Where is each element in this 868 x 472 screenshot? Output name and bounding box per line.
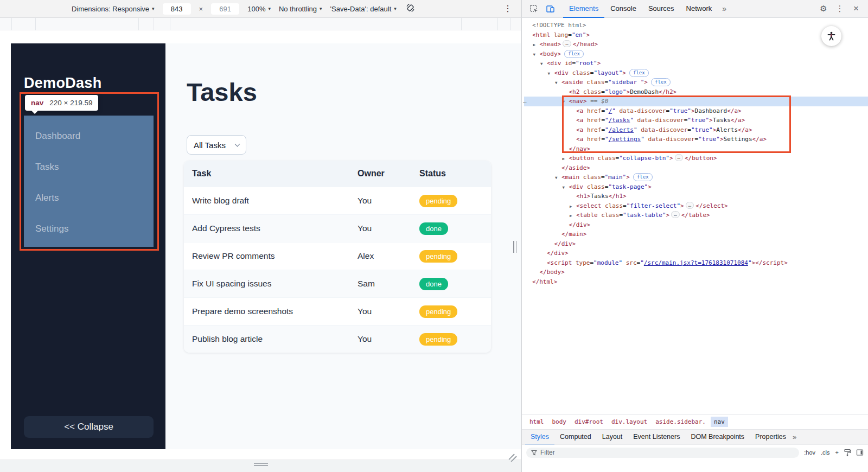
device-toolbar-kebab-icon[interactable]: ⋮ — [503, 3, 512, 14]
more-panel-tabs-icon[interactable]: » — [793, 433, 796, 441]
paint-format-icon[interactable] — [844, 449, 851, 456]
dom-tree-node[interactable]: <a href="/alerts" data-discover="true">A… — [524, 125, 868, 135]
dom-tree-node[interactable]: </div> — [524, 248, 868, 258]
expand-arrow-icon[interactable]: ▼ — [563, 97, 569, 107]
dom-tree-node[interactable]: ▼<div class="layout">flex — [524, 68, 868, 78]
rotate-viewport-icon[interactable] — [406, 3, 415, 14]
throttling-select[interactable]: No throttling ▾ — [279, 5, 322, 13]
sidebar-item-settings[interactable]: Settings — [24, 213, 154, 244]
panel-tab-event-listeners[interactable]: Event Listeners — [628, 430, 685, 445]
dimensions-select[interactable]: Dimensions: Responsive ▾ — [72, 5, 155, 13]
expand-children-icon[interactable]: … — [671, 211, 679, 218]
dom-tree-node[interactable]: <script type="module" src="/src/main.jsx… — [524, 258, 868, 268]
dom-tree-node[interactable]: </main> — [524, 229, 868, 239]
dom-tree-node[interactable]: <a href="/settings" data-discover="true"… — [524, 135, 868, 144]
dock-side-icon[interactable] — [856, 449, 864, 456]
dom-tree-node[interactable]: ▶<select class="filter-select">…</select… — [524, 201, 868, 211]
devtools-tab-sources[interactable]: Sources — [642, 0, 680, 18]
flex-badge[interactable]: flex — [633, 173, 653, 181]
owner-cell: Alex — [358, 251, 419, 261]
zoom-select[interactable]: 100% ▾ — [247, 5, 271, 13]
dom-tree-node[interactable]: </body> — [524, 267, 868, 277]
owner-cell: Sam — [358, 279, 419, 289]
dom-tree-node[interactable]: <a href="/" data-discover="true">Dashboa… — [524, 106, 868, 116]
dom-tree-node[interactable]: <!DOCTYPE html> — [524, 21, 868, 30]
devtools-drag-handle[interactable] — [513, 241, 516, 253]
collapse-arrow-icon[interactable]: ▶ — [570, 211, 576, 221]
expand-arrow-icon[interactable]: ▼ — [555, 78, 561, 88]
panel-tab-layout[interactable]: Layout — [597, 430, 628, 445]
expand-arrow-icon[interactable]: ▼ — [563, 183, 569, 193]
dom-tree-node[interactable]: </aside> — [524, 163, 868, 173]
status-badge: done — [419, 222, 448, 235]
flex-badge[interactable]: flex — [629, 69, 649, 77]
breadcrumb-div-layout[interactable]: div.layout — [608, 417, 650, 427]
expand-children-icon[interactable]: … — [686, 202, 694, 209]
settings-gear-icon[interactable]: ⚙ — [816, 1, 831, 16]
collapse-arrow-icon[interactable]: ▶ — [563, 154, 569, 164]
style-control-[interactable]: + — [835, 449, 839, 456]
viewport-height-input[interactable]: 691 — [211, 3, 239, 15]
save-data-select[interactable]: 'Save-Data': default ▾ — [330, 5, 397, 13]
expand-children-icon[interactable]: … — [675, 154, 683, 161]
node-options-icon[interactable]: … — [523, 97, 527, 106]
panel-tab-computed[interactable]: Computed — [554, 430, 597, 445]
breadcrumb-body[interactable]: body — [549, 417, 570, 427]
expand-arrow-icon[interactable]: ▼ — [540, 59, 547, 69]
styles-filter-input[interactable]: Filter — [526, 448, 799, 458]
dom-tree-node[interactable]: ▼<body>flex — [524, 49, 868, 59]
panel-tab-properties[interactable]: Properties — [750, 430, 792, 445]
dom-tree-node[interactable]: ▼<div class="task-page"> — [524, 182, 868, 192]
dom-tree-node[interactable]: ▼<aside class="sidebar ">flex — [524, 78, 868, 87]
dom-tree-node[interactable]: …▼<nav> == $0 — [524, 97, 868, 106]
dom-tree-node[interactable]: </div> — [524, 239, 868, 249]
dom-tree-node[interactable]: ▶<table class="task-table">…</table> — [524, 211, 868, 220]
task-filter-select[interactable]: All Tasks — [187, 135, 246, 155]
task-cell: Publish blog article — [184, 334, 358, 344]
dom-tree-node[interactable]: </nav> — [524, 144, 868, 154]
dom-tree-node[interactable]: <a href="/tasks" data-discover="true">Ta… — [524, 116, 868, 125]
sidebar-item-tasks[interactable]: Tasks — [24, 151, 154, 182]
dom-tree-node[interactable]: ▼<main class="main">flex — [524, 173, 868, 182]
sidebar-collapse-button[interactable]: << Collapse — [24, 416, 154, 438]
device-toolbar-toggle-icon[interactable] — [542, 1, 558, 16]
breadcrumb-nav[interactable]: nav — [711, 417, 728, 427]
style-control-hov[interactable]: :hov — [804, 449, 815, 456]
flex-badge[interactable]: flex — [564, 50, 584, 58]
breadcrumb-aside-sidebar-[interactable]: aside.sidebar. — [652, 417, 709, 427]
more-tabs-icon[interactable]: » — [719, 4, 730, 13]
sidebar-item-dashboard[interactable]: Dashboard — [24, 120, 154, 151]
horizontal-scrollbar[interactable] — [254, 463, 268, 467]
dom-tree-node[interactable]: <h1>Tasks</h1> — [524, 192, 868, 201]
expand-children-icon[interactable]: … — [563, 40, 571, 47]
expand-arrow-icon[interactable]: ▼ — [533, 50, 540, 60]
collapse-arrow-icon[interactable]: ▶ — [533, 40, 540, 50]
accessibility-widget-button[interactable] — [821, 26, 841, 46]
breadcrumb-html[interactable]: html — [526, 417, 547, 427]
expand-arrow-icon[interactable]: ▼ — [555, 173, 561, 183]
inspect-element-icon[interactable] — [526, 1, 541, 16]
dom-tree-node[interactable]: <h2 class="logo">DemoDash</h2> — [524, 87, 868, 97]
flex-badge[interactable]: flex — [651, 78, 671, 86]
dom-tree-node[interactable]: <html lang="en"> — [524, 30, 868, 40]
close-devtools-icon[interactable]: × — [848, 1, 864, 16]
breadcrumb-div-root[interactable]: div#root — [571, 417, 607, 427]
devtools-tab-elements[interactable]: Elements — [563, 0, 604, 18]
devtools-kebab-icon[interactable]: ⋮ — [832, 1, 847, 16]
panel-tab-dom-breakpoints[interactable]: DOM Breakpoints — [685, 430, 750, 445]
devtools-tab-network[interactable]: Network — [680, 0, 718, 18]
dom-tree-node[interactable]: ▶<button class="collapse-btn">…</button> — [524, 154, 868, 163]
devtools-toolbar: ElementsConsoleSourcesNetwork » ⚙ ⋮ × — [522, 0, 868, 18]
devtools-tab-console[interactable]: Console — [604, 0, 642, 18]
viewport-width-input[interactable]: 843 — [163, 3, 191, 15]
dom-tree-node[interactable]: ▼<div id="root"> — [524, 59, 868, 68]
expand-arrow-icon[interactable]: ▼ — [548, 69, 554, 79]
sidebar-item-alerts[interactable]: Alerts — [24, 182, 154, 213]
collapse-arrow-icon[interactable]: ▶ — [570, 202, 576, 212]
dom-tree-node[interactable]: </div> — [524, 220, 868, 230]
panel-tab-styles[interactable]: Styles — [525, 430, 554, 445]
style-control-cls[interactable]: .cls — [821, 449, 830, 456]
dom-tree-node[interactable]: ▶<head>…</head> — [524, 40, 868, 49]
dom-tree-node[interactable]: </html> — [524, 277, 868, 287]
viewport-resize-handle[interactable] — [508, 454, 516, 461]
